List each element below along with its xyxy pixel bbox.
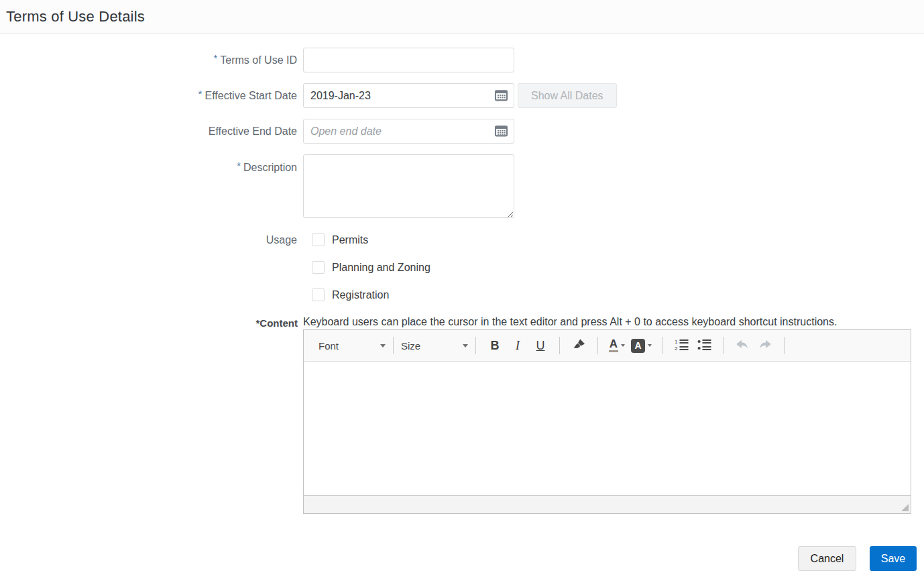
checkbox-row-registration[interactable]: Registration: [312, 288, 430, 301]
bullet-list-icon: [697, 339, 711, 353]
paintbrush-icon: [572, 338, 586, 354]
checkbox-row-permits[interactable]: Permits: [312, 233, 430, 246]
start-date-input[interactable]: [303, 83, 514, 108]
ordered-list-icon: 1 2: [675, 339, 689, 353]
terms-id-row: *Terms of Use ID: [0, 48, 924, 72]
permits-checkbox-label[interactable]: Permits: [332, 234, 368, 246]
underline-icon: U: [536, 339, 545, 353]
toolbar-divider: [784, 337, 785, 354]
form-actions: Cancel Save: [0, 546, 924, 571]
calendar-icon: [494, 88, 508, 104]
planning-and-zoning-checkbox[interactable]: [312, 261, 325, 274]
permits-checkbox[interactable]: [312, 233, 325, 246]
registration-checkbox[interactable]: [312, 288, 325, 301]
required-asterisk: *: [213, 52, 217, 64]
svg-text:2: 2: [675, 346, 678, 351]
rich-text-editor: Font Size B I U: [303, 329, 911, 514]
terms-id-input[interactable]: [303, 48, 514, 72]
description-label: *Description: [0, 154, 303, 174]
undo-icon: [736, 339, 749, 352]
undo-button[interactable]: [732, 334, 752, 357]
chevron-down-icon: [463, 344, 468, 348]
font-dropdown[interactable]: Font: [319, 340, 386, 352]
start-date-calendar-button[interactable]: [493, 88, 509, 104]
editor-content-area[interactable]: [304, 362, 911, 495]
toolbar-divider: [559, 337, 560, 354]
end-date-calendar-button[interactable]: [493, 123, 509, 140]
chevron-down-icon: [621, 344, 625, 347]
italic-icon: I: [516, 338, 520, 353]
italic-button[interactable]: I: [508, 334, 528, 357]
toolbar-divider: [393, 337, 394, 354]
editor-statusbar: [304, 495, 911, 513]
calendar-icon: [494, 123, 508, 140]
text-color-button[interactable]: A: [607, 334, 627, 357]
terms-of-use-form: *Terms of Use ID *Effective Start Date: [0, 34, 924, 571]
background-color-button[interactable]: A: [630, 334, 653, 357]
underline-button[interactable]: U: [530, 334, 551, 357]
end-date-field: [303, 119, 514, 144]
resize-handle-icon[interactable]: [901, 504, 909, 511]
usage-label: Usage: [0, 233, 303, 246]
toolbar-divider: [662, 337, 662, 354]
description-textarea[interactable]: [303, 154, 514, 218]
bold-icon: B: [491, 339, 500, 353]
background-color-icon: A: [631, 339, 645, 353]
content-label: *Content: [0, 315, 303, 329]
description-row: *Description: [0, 154, 924, 218]
required-asterisk: *: [198, 88, 203, 99]
bullet-list-button[interactable]: [694, 334, 714, 357]
usage-checkbox-group: Permits Planning and Zoning Registration: [312, 233, 430, 301]
start-date-field: [303, 83, 514, 108]
save-button[interactable]: Save: [870, 546, 917, 571]
svg-text:1: 1: [675, 339, 678, 345]
start-date-row: *Effective Start Date Show A: [0, 83, 924, 108]
end-date-label: Effective End Date: [0, 125, 303, 138]
cancel-button[interactable]: Cancel: [798, 546, 856, 571]
required-asterisk: *: [237, 160, 241, 171]
text-color-icon: A: [609, 339, 618, 352]
redo-button[interactable]: [755, 334, 775, 357]
content-row: *Content Keyboard users can place the cu…: [0, 315, 924, 514]
page-header: Terms of Use Details: [0, 0, 924, 34]
chevron-down-icon: [648, 344, 652, 347]
editor-toolbar: Font Size B I U: [304, 330, 911, 362]
checkbox-row-planning-and-zoning[interactable]: Planning and Zoning: [312, 261, 430, 274]
show-all-dates-button[interactable]: Show All Dates: [518, 83, 617, 108]
size-dropdown[interactable]: Size: [401, 340, 468, 352]
planning-and-zoning-checkbox-label[interactable]: Planning and Zoning: [332, 262, 430, 274]
ordered-list-button[interactable]: 1 2: [671, 334, 691, 357]
keyboard-shortcut-hint: Keyboard users can place the cursor in t…: [303, 315, 911, 329]
end-date-input[interactable]: [303, 119, 514, 144]
chevron-down-icon: [380, 344, 386, 348]
toolbar-divider: [723, 337, 724, 354]
bold-button[interactable]: B: [485, 334, 505, 357]
paint-format-button[interactable]: [569, 334, 589, 357]
redo-icon: [758, 339, 772, 352]
start-date-label: *Effective Start Date: [0, 90, 303, 102]
usage-row: Usage Permits Planning and Zoning Regist…: [0, 233, 924, 301]
page-title: Terms of Use Details: [6, 8, 145, 25]
terms-id-label: *Terms of Use ID: [0, 54, 303, 66]
content-field: Keyboard users can place the cursor in t…: [303, 315, 911, 514]
toolbar-divider: [597, 337, 598, 354]
end-date-row: Effective End Date: [0, 119, 924, 144]
registration-checkbox-label[interactable]: Registration: [332, 289, 389, 301]
toolbar-divider: [475, 337, 476, 354]
